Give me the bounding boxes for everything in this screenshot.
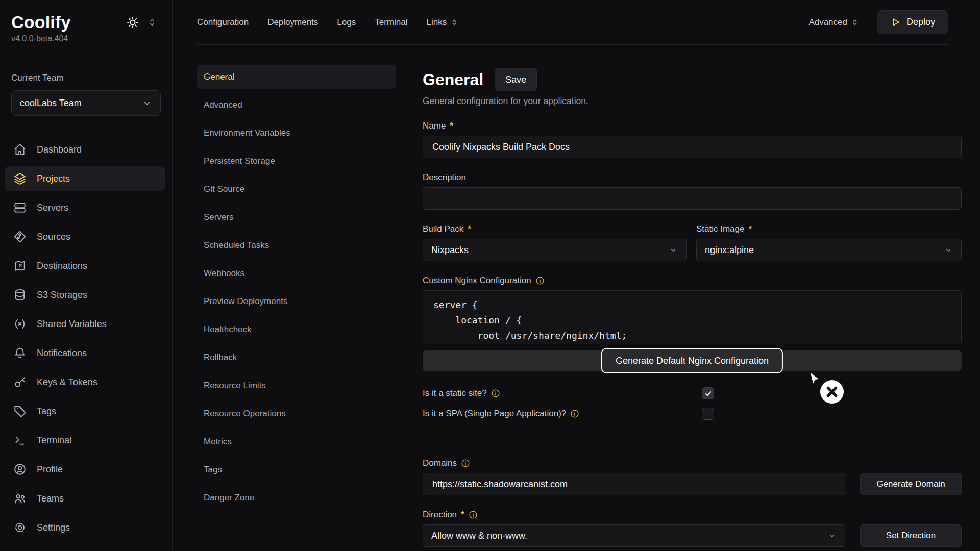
name-input[interactable]	[423, 136, 962, 158]
sidebar-item-terminal[interactable]: Terminal	[5, 428, 165, 453]
confignav-item-metrics[interactable]: Metrics	[197, 430, 396, 454]
chevron-down-icon	[142, 98, 152, 108]
sidebar-item-servers[interactable]: Servers	[5, 195, 165, 220]
user-circle-icon	[13, 463, 27, 476]
deploy-button-label: Deploy	[906, 17, 935, 28]
sidebar-item-profile[interactable]: Profile	[5, 457, 165, 482]
theme-sun-icon[interactable]	[126, 16, 139, 29]
chevron-down-icon	[827, 531, 837, 540]
general-config-panel: General Save General configuration for y…	[423, 45, 962, 547]
confignav-item-healthcheck[interactable]: Healthcheck	[197, 318, 396, 341]
domains-input[interactable]	[423, 473, 845, 495]
confignav-item-environment-variables[interactable]: Environment Variables	[197, 121, 396, 145]
build-pack-value: Nixpacks	[431, 245, 469, 256]
confignav-item-danger-zone[interactable]: Danger Zone	[197, 486, 396, 510]
generate-domain-button[interactable]: Generate Domain	[860, 473, 962, 495]
sidebar-item-projects[interactable]: Projects	[5, 166, 165, 191]
sidebar-item-settings[interactable]: Settings	[5, 515, 165, 540]
static-site-checkbox[interactable]	[702, 387, 714, 399]
direction-value: Allow www & non-www.	[431, 531, 527, 541]
topnav-tabs: ConfigurationDeploymentsLogsTerminalLink…	[197, 17, 459, 28]
info-icon[interactable]	[469, 510, 478, 519]
key-icon	[13, 375, 27, 389]
generate-nginx-button[interactable]: Generate Default Nginx Configuration	[601, 348, 783, 373]
sidebar-item-keys-tokens[interactable]: Keys & Tokens	[5, 370, 165, 394]
app-sidebar: Coolify v4.0.0-beta.404 Current Team coo…	[0, 0, 173, 551]
description-input[interactable]	[423, 187, 962, 210]
sidebar-item-label: Profile	[37, 464, 63, 475]
terminal-icon	[13, 434, 27, 447]
tab-label: Links	[426, 17, 447, 28]
tab-label: Terminal	[375, 17, 407, 28]
sidebar-item-notifications[interactable]: Notifications	[5, 341, 165, 365]
sidebar-item-label: Servers	[37, 203, 68, 213]
sidebar-item-label: Destinations	[37, 261, 87, 271]
sidebar-item-label: Projects	[37, 173, 70, 184]
confignav-item-advanced[interactable]: Advanced	[197, 93, 396, 117]
team-selector[interactable]: coolLabs Team	[11, 90, 161, 116]
confignav-item-general[interactable]: General	[197, 65, 396, 89]
play-icon	[890, 17, 901, 28]
deploy-button[interactable]: Deploy	[877, 10, 948, 34]
sidebar-item-teams[interactable]: Teams	[5, 486, 165, 511]
top-navigation: ConfigurationDeploymentsLogsTerminalLink…	[197, 0, 948, 45]
sidebar-item-s3-storages[interactable]: S3 Storages	[5, 283, 165, 307]
users-icon	[13, 492, 27, 505]
app-logo: Coolify	[11, 12, 71, 32]
select-chevrons-icon	[850, 18, 860, 27]
confignav-item-resource-limits[interactable]: Resource Limits	[197, 374, 396, 397]
advanced-dropdown[interactable]: Advanced	[808, 17, 860, 28]
nginx-config-editor[interactable]: server { location / { root /usr/share/ng…	[423, 290, 962, 344]
confignav-item-servers[interactable]: Servers	[197, 206, 396, 229]
sidebar-item-shared-variables[interactable]: Shared Variables	[5, 312, 165, 336]
confignav-item-git-source[interactable]: Git Source	[197, 178, 396, 201]
required-marker: *	[450, 121, 453, 131]
tab-configuration[interactable]: Configuration	[197, 17, 249, 28]
spa-label: Is it a SPA (Single Page Application)?	[423, 409, 566, 419]
sidebar-nav: DashboardProjectsServersSourcesDestinati…	[5, 137, 165, 540]
info-icon[interactable]	[491, 389, 500, 398]
static-site-label: Is it a static site?	[423, 388, 487, 398]
direction-select[interactable]: Allow www & non-www.	[423, 524, 845, 547]
confignav-item-scheduled-tasks[interactable]: Scheduled Tasks	[197, 234, 396, 257]
info-icon[interactable]	[461, 459, 470, 468]
sidebar-item-label: Sources	[37, 232, 70, 242]
set-direction-button[interactable]: Set Direction	[860, 524, 962, 547]
sidebar-item-destinations[interactable]: Destinations	[5, 254, 165, 278]
home-icon	[13, 143, 27, 156]
build-pack-select[interactable]: Nixpacks	[423, 239, 687, 261]
save-button[interactable]: Save	[495, 68, 537, 91]
confignav-item-resource-operations[interactable]: Resource Operations	[197, 402, 396, 425]
confignav-item-rollback[interactable]: Rollback	[197, 346, 396, 369]
sidebar-item-sources[interactable]: Sources	[5, 224, 165, 249]
sidebar-item-dashboard[interactable]: Dashboard	[5, 137, 165, 162]
sidebar-item-label: S3 Storages	[37, 290, 87, 300]
app-version: v4.0.0-beta.404	[11, 34, 165, 43]
spa-checkbox[interactable]	[702, 408, 714, 420]
page-title: General	[423, 70, 483, 89]
sidebar-item-label: Keys & Tokens	[37, 377, 97, 388]
info-icon[interactable]	[570, 409, 579, 418]
static-image-select[interactable]: nginx:alpine	[696, 239, 962, 261]
tab-logs[interactable]: Logs	[337, 17, 356, 28]
tab-links[interactable]: Links	[426, 17, 459, 28]
sidebar-item-tags[interactable]: Tags	[5, 399, 165, 423]
confignav-item-preview-deployments[interactable]: Preview Deployments	[197, 290, 396, 313]
tab-deployments[interactable]: Deployments	[267, 17, 318, 28]
name-label: Name	[423, 121, 446, 131]
confignav-item-tags[interactable]: Tags	[197, 458, 396, 482]
current-team-label: Current Team	[11, 73, 165, 83]
build-pack-label: Build Pack	[423, 224, 463, 234]
confignav-item-webhooks[interactable]: Webhooks	[197, 262, 396, 285]
required-marker: *	[461, 510, 464, 520]
theme-chevrons-icon[interactable]	[146, 17, 158, 28]
confignav-item-persistent-storage[interactable]: Persistent Storage	[197, 149, 396, 173]
team-selector-value: coolLabs Team	[20, 98, 82, 109]
tab-terminal[interactable]: Terminal	[375, 17, 407, 28]
bell-icon	[13, 346, 27, 360]
sidebar-item-label: Shared Variables	[37, 319, 107, 330]
generate-nginx-bar[interactable]: Generate Default Nginx Configuration	[423, 350, 962, 371]
info-icon[interactable]	[535, 276, 545, 285]
sidebar-item-label: Dashboard	[37, 144, 82, 155]
server-icon	[13, 201, 27, 214]
